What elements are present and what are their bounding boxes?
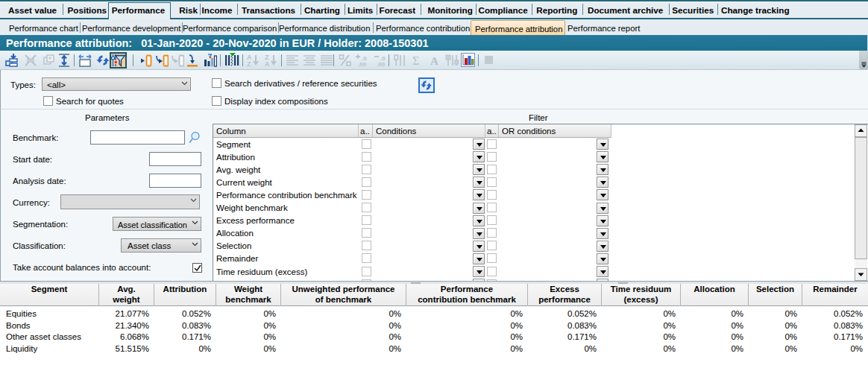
svg-text:.00: .00 — [377, 61, 386, 67]
svg-text:A: A — [265, 60, 270, 67]
svg-text:Σ: Σ — [412, 54, 419, 67]
svg-text:Z: Z — [247, 60, 251, 67]
svg-text:A: A — [430, 55, 438, 67]
svg-text:.00: .00 — [358, 61, 367, 67]
